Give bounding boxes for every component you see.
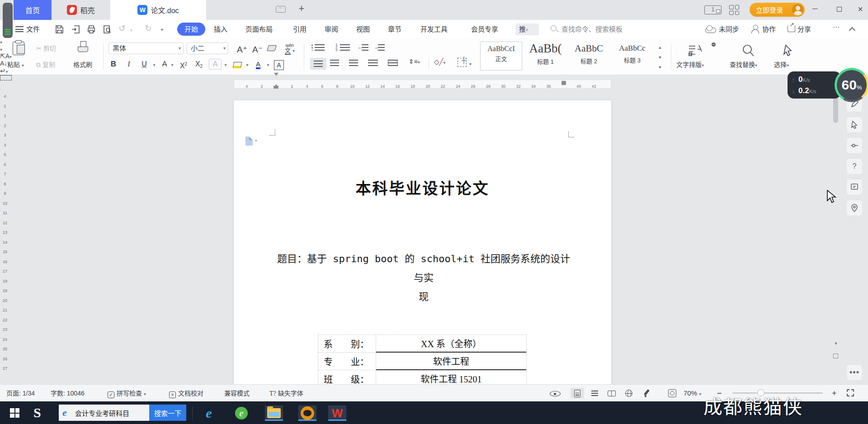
undo-icon[interactable]: ↺ [118,23,126,34]
view-page-icon[interactable] [571,388,584,399]
eye-protect-icon[interactable] [550,391,561,396]
find-replace-button[interactable]: 查找替换▾ [730,60,757,69]
underline-button[interactable]: U [138,58,150,71]
style-heading2[interactable]: AaBbC标题 2 [568,42,610,71]
more-options-icon[interactable]: ⋮ [834,24,839,31]
style-heading3[interactable]: AaBbCc标题 3 [611,42,653,71]
start-button[interactable] [10,408,19,418]
menu-file[interactable]: 文件 [26,24,40,35]
word-count[interactable]: 字数: 10046 [51,389,85,398]
character-border-button[interactable]: A [273,59,285,71]
increase-indent-icon[interactable]: → [378,44,385,51]
typography-button[interactable]: 文字排版▾ [676,60,704,69]
hamburger-icon[interactable] [15,26,24,32]
view-outline-icon[interactable] [588,388,601,399]
help-tool[interactable]: ? [846,158,863,174]
tab-home[interactable]: 首页 [14,0,52,20]
menu-tab-member[interactable]: 会员专享 [471,24,498,35]
left-indent-marker[interactable] [274,86,278,89]
tab-document[interactable]: W论文.doc [110,0,206,20]
scrollbar-thumb[interactable] [833,97,838,123]
find-replace-icon[interactable] [740,43,756,58]
export-icon[interactable] [71,24,80,34]
line-spacing-icon[interactable]: ⇕≡▾ [409,58,420,65]
select-button[interactable]: 选择▾ [774,60,789,69]
feedback-tool[interactable] [846,179,863,195]
close-button[interactable]: × [854,4,867,15]
pinyin-guide-button[interactable]: wén文 ▾ [285,42,295,53]
restore-button[interactable] [833,4,847,15]
borders-icon[interactable]: ┼ [458,58,467,67]
spellcheck-toggle[interactable]: ✓拼写检查 ▾ [108,389,146,398]
menu-tab-review[interactable]: 审阅 [325,24,338,35]
char-width-icon[interactable] [0,75,12,80]
menu-tab-dev-tools[interactable]: 开发工具 [420,24,448,35]
borders-dropdown-icon[interactable]: ▾ [469,60,472,67]
view-ink-icon[interactable] [639,388,653,399]
bold-button[interactable]: B [108,58,119,71]
view-web-icon[interactable] [622,388,636,399]
copy-button[interactable]: ⧉ 复制 [36,60,55,69]
new-tab-button[interactable]: + [296,3,307,16]
format-painter-icon[interactable] [78,41,89,55]
print-icon[interactable] [86,24,96,34]
net-speed-widget[interactable]: ↑ 0 K/s ↓ 0.2 K/s [788,71,841,99]
menu-tab-page-layout[interactable]: 页面布局 [245,24,273,35]
right-indent-marker[interactable] [561,81,566,85]
boost-ball[interactable]: 60% [835,68,868,102]
shading-icon[interactable]: ◇╱▾ [434,58,446,66]
numbered-list-icon[interactable]: 123 [340,44,350,51]
tab-list-icon[interactable] [276,6,286,13]
s-app-icon[interactable]: S [33,406,47,419]
compat-mode[interactable]: 兼容模式 [224,389,250,398]
redo-icon[interactable]: ↻ [145,23,152,34]
taskbar-explorer-icon[interactable] [265,405,283,421]
login-button[interactable]: 立即登录 [750,3,805,17]
select-tool-icon[interactable] [779,43,796,58]
italic-button[interactable]: I [124,58,134,71]
missing-font-button[interactable]: T? 缺失字体 [269,389,303,398]
decrease-indent-icon[interactable]: ← [362,44,368,51]
save-icon[interactable] [54,24,64,34]
decrease-font-button[interactable]: A⁻ [252,44,263,55]
taskbar-panda-app-icon[interactable] [298,405,316,421]
zoom-in-button[interactable]: + [832,389,837,398]
sync-status[interactable]: 未同步 [719,24,739,35]
font-color-button[interactable]: A [252,58,264,71]
share-icon[interactable] [788,25,795,32]
menu-tab-insert[interactable]: 插入 [214,24,227,35]
print-preview-icon[interactable] [102,24,112,34]
underline-dropdown-icon[interactable]: ▾ [151,58,157,71]
taskbar-wps-icon[interactable]: W [328,405,346,421]
text-effects-button[interactable]: A [209,59,222,70]
command-search-input[interactable]: 查找命令、搜索模板 [561,24,623,35]
font-color-dropdown-icon[interactable]: ▾ [265,58,271,71]
side-dock-handle[interactable] [3,3,13,38]
increase-font-button[interactable]: A⁺ [237,44,247,55]
highlight-color-icon[interactable] [231,60,243,72]
style-gallery-down-icon[interactable]: ▼ [656,54,664,61]
share-button[interactable]: 分享 [797,24,811,35]
page-options-icon[interactable] [245,137,253,146]
taskbar-ie-icon[interactable]: e [200,405,218,421]
fullscreen-icon[interactable] [846,389,854,397]
pointer-tool[interactable] [846,117,863,133]
align-left-button[interactable] [310,58,326,70]
paste-button[interactable]: 粘贴 ▾ [7,60,24,69]
subscript-button[interactable]: X2 [192,58,206,71]
sync-cloud-icon[interactable] [705,26,716,33]
format-painter-button[interactable]: 格式刷 [73,60,92,69]
collapse-ribbon-icon[interactable] [849,27,855,33]
bullet-list-icon[interactable] [315,44,325,51]
strikethrough-button[interactable]: A [159,58,170,71]
typography-icon[interactable] [687,43,703,58]
tab-docer[interactable]: 稻壳 [52,0,110,20]
clear-format-icon[interactable] [268,45,276,52]
taskbar-search-text[interactable]: 会计专业考研科目 [75,408,149,418]
font-size-select[interactable]: 小二▾ [187,42,228,54]
more-tools-icon[interactable]: ••• [846,364,863,381]
horizontal-ruler[interactable]: 42246810121416182022242628303234364042 [234,80,611,89]
collaborate-button[interactable]: 协作 [762,24,776,35]
apps-grid-icon[interactable] [729,5,739,15]
menu-tab-section[interactable]: 章节 [388,24,401,35]
